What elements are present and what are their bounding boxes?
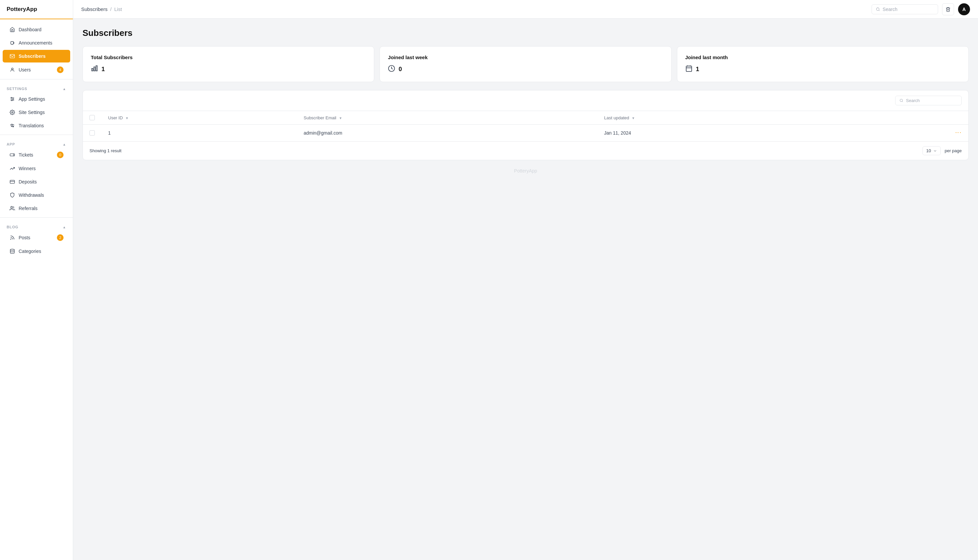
- users-badge: 4: [57, 67, 64, 73]
- subscribers-table-card: User ID ▼ Subscriber Email ▼ Last update…: [82, 90, 969, 160]
- sidebar-item-posts[interactable]: Posts 2: [3, 231, 70, 244]
- table-search[interactable]: [895, 96, 962, 105]
- chevron-up-icon-app[interactable]: ▲: [62, 143, 66, 146]
- clock-icon: [388, 65, 395, 74]
- table-toolbar: [83, 90, 968, 111]
- sidebar-item-label: Announcements: [18, 40, 52, 45]
- sidebar-item-referrals[interactable]: Referrals: [3, 202, 70, 215]
- sidebar-logo: PotteryApp: [0, 0, 73, 19]
- sliders-icon: [9, 96, 15, 102]
- sidebar-item-subscribers[interactable]: Subscribers: [3, 50, 70, 62]
- person-icon: [9, 67, 15, 73]
- sort-icon-email: ▼: [339, 116, 342, 120]
- sort-icon-user-id: ▼: [125, 116, 129, 120]
- stat-value-total: 1: [102, 66, 105, 73]
- row-checkbox[interactable]: [89, 130, 95, 136]
- sidebar-nav: Dashboard Announcements Subscribers User…: [0, 19, 73, 560]
- th-last-updated[interactable]: Last updated ▼: [597, 111, 853, 125]
- header: Subscribers / List A: [73, 0, 978, 18]
- sidebar-item-winners[interactable]: Winners: [3, 162, 70, 175]
- stat-card-total: Total Subscribers 1: [82, 46, 374, 82]
- per-page-label: per page: [945, 148, 962, 153]
- sidebar-item-site-settings[interactable]: Site Settings: [3, 106, 70, 118]
- sidebar-item-label: Referrals: [18, 206, 38, 211]
- mail-icon: [9, 53, 15, 59]
- sidebar-item-label: Subscribers: [18, 53, 45, 59]
- stats-row: Total Subscribers 1 Joined last week 0: [82, 46, 969, 82]
- sidebar-item-label: Translations: [18, 123, 44, 128]
- sidebar-item-categories[interactable]: Categories: [3, 245, 70, 258]
- gear-icon: [9, 109, 15, 115]
- svg-point-5: [11, 97, 12, 98]
- svg-point-28: [900, 99, 903, 102]
- header-search-input[interactable]: [883, 7, 934, 12]
- sidebar-item-users[interactable]: Users 4: [3, 63, 70, 77]
- sidebar-item-app-settings[interactable]: App Settings: [3, 93, 70, 105]
- cell-last-updated: Jan 11, 2024: [597, 125, 853, 142]
- header-search[interactable]: [871, 4, 938, 14]
- table-footer: Showing 1 result 10 per page: [83, 141, 968, 160]
- select-all-checkbox[interactable]: [89, 115, 95, 120]
- sidebar-item-label: Tickets: [18, 152, 33, 158]
- sidebar-item-label: Site Settings: [18, 110, 45, 115]
- svg-point-6: [13, 99, 13, 100]
- svg-point-15: [11, 207, 12, 208]
- sidebar-item-label: Deposits: [18, 179, 37, 185]
- row-actions: ⋮: [859, 129, 962, 137]
- stat-card-last-month: Joined last month 1: [677, 46, 969, 82]
- ticket-icon: [9, 152, 15, 158]
- avatar[interactable]: A: [958, 3, 970, 15]
- sidebar-item-label: Withdrawals: [18, 192, 44, 198]
- shield-icon: [9, 192, 15, 198]
- sidebar-item-translations[interactable]: Translations: [3, 119, 70, 132]
- calendar-icon: [685, 65, 692, 74]
- breadcrumb-current: List: [114, 6, 122, 12]
- tickets-badge: 0: [57, 152, 64, 158]
- stat-title-last-week: Joined last week: [388, 55, 663, 60]
- svg-rect-24: [686, 66, 692, 72]
- search-icon: [876, 7, 880, 12]
- trash-icon: [945, 7, 951, 12]
- th-user-id[interactable]: User ID ▼: [102, 111, 297, 125]
- svg-point-7: [11, 100, 12, 101]
- table-row: 1 admin@gmail.com Jan 11, 2024 ⋮: [83, 125, 968, 142]
- database-icon: [9, 248, 15, 254]
- chevron-up-icon[interactable]: ▲: [62, 87, 66, 91]
- breadcrumb-separator: /: [110, 6, 112, 12]
- sidebar-item-label: Categories: [18, 248, 41, 254]
- bar-chart-icon: [91, 65, 98, 74]
- delete-button[interactable]: [942, 3, 954, 15]
- svg-point-1: [11, 68, 13, 70]
- stat-value-last-week: 0: [398, 66, 402, 73]
- row-actions-menu-button[interactable]: ⋮: [955, 130, 962, 136]
- svg-point-18: [876, 8, 879, 10]
- sidebar-item-label: App Settings: [18, 97, 45, 102]
- th-email[interactable]: Subscriber Email ▼: [297, 111, 597, 125]
- table-header-row: User ID ▼ Subscriber Email ▼ Last update…: [83, 111, 968, 125]
- svg-rect-22: [96, 66, 97, 71]
- sort-icon-last-updated: ▼: [632, 116, 635, 120]
- sidebar-item-deposits[interactable]: Deposits: [3, 175, 70, 188]
- sidebar-item-tickets[interactable]: Tickets 0: [3, 148, 70, 162]
- stat-title-total: Total Subscribers: [91, 55, 366, 60]
- svg-rect-13: [10, 180, 14, 183]
- breadcrumb-parent[interactable]: Subscribers: [81, 6, 107, 12]
- chevron-up-icon-blog[interactable]: ▲: [62, 225, 66, 229]
- stat-value-last-month: 1: [696, 66, 699, 73]
- svg-rect-12: [10, 154, 14, 156]
- sidebar-item-withdrawals[interactable]: Withdrawals: [3, 189, 70, 202]
- sidebar-item-label: Users: [18, 67, 31, 72]
- sidebar-item-dashboard[interactable]: Dashboard: [3, 23, 70, 36]
- sidebar-item-announcements[interactable]: Announcements: [3, 37, 70, 49]
- svg-point-16: [11, 239, 11, 239]
- per-page-select[interactable]: 10: [923, 146, 940, 155]
- posts-badge: 2: [57, 234, 64, 241]
- table-search-input[interactable]: [906, 98, 957, 103]
- home-icon: [9, 27, 15, 33]
- trending-up-icon: [9, 165, 15, 172]
- section-settings: SETTINGS ▲: [0, 82, 73, 92]
- megaphone-icon: [9, 40, 15, 46]
- divider-blog: [0, 217, 73, 218]
- language-icon: [9, 123, 15, 128]
- svg-point-8: [12, 112, 13, 113]
